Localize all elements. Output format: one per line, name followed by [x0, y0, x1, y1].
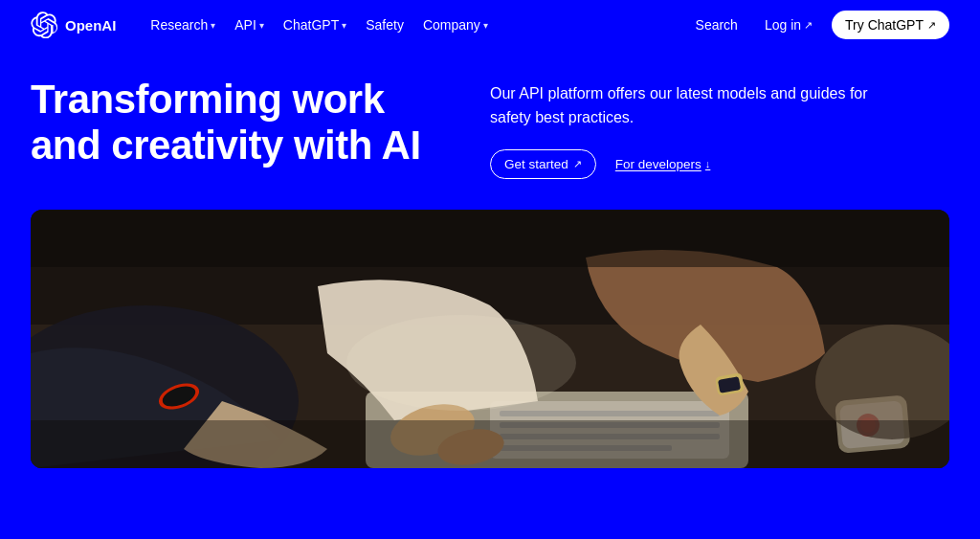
arrow-ne-icon: ↗	[573, 158, 582, 170]
openai-logo-icon	[31, 11, 57, 38]
nav-links: Research ▾ API ▾ ChatGPT ▾ Safety Compan…	[143, 11, 495, 38]
hero-description: Our API platform offers our latest model…	[490, 82, 892, 130]
try-chatgpt-button[interactable]: Try ChatGPT ↗	[832, 11, 949, 39]
chevron-research-icon: ▾	[211, 20, 215, 31]
navbar: OpenAI Research ▾ API ▾ ChatGPT ▾ Safety…	[0, 0, 980, 50]
hero-photo-scene	[31, 210, 949, 468]
nav-item-research[interactable]: Research ▾	[143, 11, 223, 38]
nav-item-safety[interactable]: Safety	[358, 11, 412, 38]
svg-point-20	[346, 315, 576, 411]
external-link-icon: ↗	[804, 19, 813, 32]
hero-right: Our API platform offers our latest model…	[490, 77, 949, 179]
hero-title: Transforming work and creativity with AI	[31, 77, 433, 169]
chevron-api-icon: ▾	[259, 20, 264, 31]
nav-right: Search Log in ↗ Try ChatGPT ↗	[688, 11, 949, 39]
nav-left: OpenAI Research ▾ API ▾ ChatGPT ▾ Safety…	[31, 11, 496, 38]
logo-text: OpenAI	[65, 17, 116, 34]
chevron-company-icon: ▾	[483, 20, 488, 31]
hero-left: Transforming work and creativity with AI	[31, 77, 433, 169]
get-started-button[interactable]: Get started ↗	[490, 149, 596, 179]
chevron-chatgpt-icon: ▾	[342, 20, 346, 31]
nav-item-chatgpt[interactable]: ChatGPT ▾	[276, 11, 354, 38]
svg-rect-7	[500, 411, 720, 416]
hero-section: Transforming work and creativity with AI…	[0, 50, 980, 210]
nav-item-company[interactable]: Company ▾	[415, 11, 496, 38]
arrow-icon: ↗	[927, 19, 936, 32]
nav-item-api[interactable]: API ▾	[227, 11, 272, 38]
search-button[interactable]: Search	[688, 11, 746, 38]
for-developers-button[interactable]: For developers ↓	[615, 157, 711, 171]
logo[interactable]: OpenAI	[31, 11, 116, 38]
hero-actions: Get started ↗ For developers ↓	[490, 149, 949, 179]
hero-image	[31, 210, 949, 468]
svg-rect-22	[31, 210, 949, 267]
svg-rect-21	[31, 420, 949, 468]
login-button[interactable]: Log in ↗	[757, 11, 820, 38]
arrow-down-icon: ↓	[705, 158, 711, 169]
